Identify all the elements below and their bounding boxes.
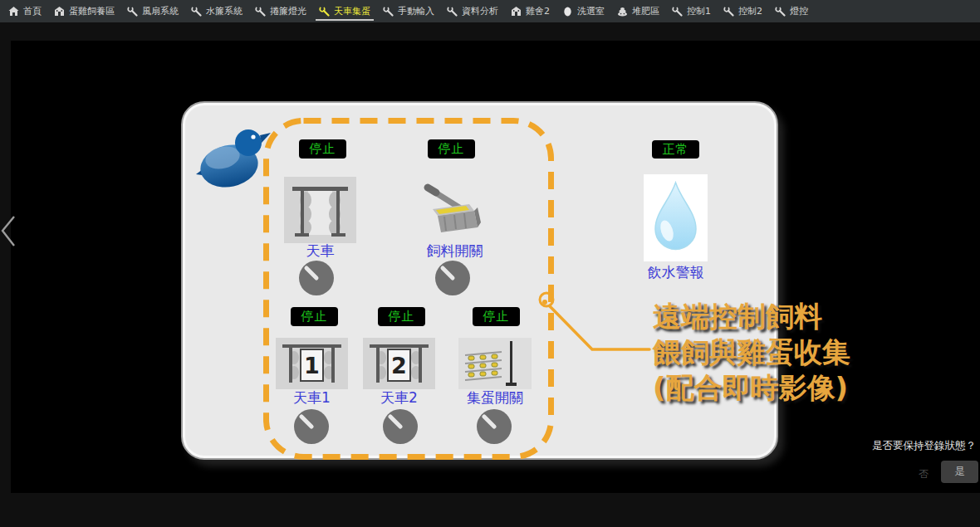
label-feeder: 飼料開關 bbox=[419, 242, 490, 261]
status-badge-crane: 停止 bbox=[299, 139, 346, 159]
nav-item-compost-area[interactable]: 堆肥區 bbox=[617, 0, 659, 22]
egg-icon bbox=[562, 6, 573, 17]
crane-2-icon: 2 bbox=[363, 338, 435, 389]
knob-egg-collector[interactable] bbox=[477, 409, 512, 444]
stay-logged-in-question: 是否要保持登錄狀態？ bbox=[872, 439, 976, 453]
wrench-icon bbox=[127, 6, 138, 17]
nav-item-label: 首頁 bbox=[23, 5, 42, 17]
wrench-icon bbox=[775, 6, 786, 17]
crane-number: 2 bbox=[391, 353, 407, 378]
nav-item-control-1[interactable]: 控制1 bbox=[672, 0, 711, 22]
nav-item-label: 堆肥區 bbox=[632, 5, 659, 17]
status-badge-water-alarm: 正常 bbox=[652, 140, 699, 159]
nav-item-home[interactable]: 首頁 bbox=[8, 0, 42, 22]
label-crane-1: 天車1 bbox=[276, 388, 348, 407]
nav-item-label: 控制1 bbox=[687, 5, 711, 17]
nav-item-label: 控制2 bbox=[738, 5, 762, 17]
nav-item-water-curtain[interactable]: 水簾系統 bbox=[191, 0, 243, 22]
nav-item-label: 天車集蛋 bbox=[334, 5, 370, 17]
nav-item-label: 燈控 bbox=[790, 5, 808, 17]
crane-icon bbox=[284, 177, 356, 243]
label-crane-2: 天車2 bbox=[363, 388, 435, 407]
nav-item-control-2[interactable]: 控制2 bbox=[723, 0, 762, 22]
label-water-alarm: 飲水警報 bbox=[644, 263, 708, 282]
app-viewport: 首頁 蛋雞飼養區 風扇系統 水簾系統 捲簾燈光 天車集蛋 手動輸入 資料分析 bbox=[0, 0, 980, 527]
nav-item-label: 蛋雞飼養區 bbox=[69, 5, 115, 17]
water-drop-icon bbox=[644, 174, 708, 261]
knob-crane-2[interactable] bbox=[383, 409, 418, 444]
crane-number: 1 bbox=[304, 353, 320, 378]
nav-item-henhouse-2[interactable]: 雞舍2 bbox=[511, 0, 550, 22]
egg-collector-icon bbox=[458, 338, 532, 389]
home-icon bbox=[8, 6, 19, 17]
label-egg-collector: 集蛋開關 bbox=[458, 388, 532, 407]
compost-icon bbox=[617, 6, 628, 17]
feeder-icon bbox=[419, 179, 490, 239]
nav-item-light-control[interactable]: 燈控 bbox=[775, 0, 808, 22]
top-nav-bar: 首頁 蛋雞飼養區 風扇系統 水簾系統 捲簾燈光 天車集蛋 手動輸入 資料分析 bbox=[0, 0, 980, 22]
status-badge-crane-1: 停止 bbox=[291, 307, 338, 326]
nav-item-label: 手動輸入 bbox=[398, 5, 434, 17]
wrench-icon bbox=[191, 6, 202, 17]
nav-item-manual-input[interactable]: 手動輸入 bbox=[383, 0, 434, 22]
status-badge-crane-2: 停止 bbox=[378, 307, 425, 326]
knob-feeder[interactable] bbox=[435, 261, 470, 295]
crane-1-icon: 1 bbox=[276, 338, 348, 389]
bird-logo bbox=[193, 123, 271, 191]
henhouse-icon bbox=[54, 6, 65, 17]
callout-annotation: 遠端控制飼料 餵飼與雞蛋收集 (配合即時影像) bbox=[653, 299, 850, 406]
nav-item-label: 捲簾燈光 bbox=[270, 5, 306, 17]
wrench-icon bbox=[383, 6, 394, 17]
nav-item-label: 洗選室 bbox=[577, 5, 605, 17]
nav-item-data-analysis[interactable]: 資料分析 bbox=[447, 0, 498, 22]
wrench-icon bbox=[723, 6, 734, 17]
nav-item-label: 風扇系統 bbox=[142, 5, 179, 17]
nav-item-curtain-lighting[interactable]: 捲簾燈光 bbox=[255, 0, 306, 22]
label-crane: 天車 bbox=[284, 242, 356, 261]
wrench-icon bbox=[255, 6, 266, 17]
nav-item-crane-egg-collect[interactable]: 天車集蛋 bbox=[319, 0, 370, 22]
chevron-left-icon[interactable] bbox=[0, 214, 17, 249]
wrench-icon bbox=[447, 6, 458, 17]
henhouse-icon bbox=[511, 6, 522, 17]
nav-item-washing-room[interactable]: 洗選室 bbox=[562, 0, 605, 22]
knob-crane[interactable] bbox=[299, 261, 334, 295]
stay-logged-in-no-button[interactable]: 否 bbox=[914, 465, 933, 483]
nav-item-layer-area[interactable]: 蛋雞飼養區 bbox=[54, 0, 115, 22]
status-badge-egg-collector: 停止 bbox=[473, 307, 520, 326]
nav-item-label: 資料分析 bbox=[462, 5, 498, 17]
nav-item-fan-system[interactable]: 風扇系統 bbox=[127, 0, 179, 22]
wrench-icon bbox=[672, 6, 683, 17]
callout-line: 遠端控制飼料 bbox=[653, 299, 850, 334]
hmi-panel: 停止 天車 停止 bbox=[181, 101, 778, 460]
nav-item-label: 雞舍2 bbox=[526, 5, 550, 17]
video-stage: 停止 天車 停止 bbox=[11, 41, 980, 493]
callout-line: (配合即時影像) bbox=[653, 370, 850, 406]
stay-logged-in-yes-button[interactable]: 是 bbox=[941, 461, 978, 483]
knob-crane-1[interactable] bbox=[294, 409, 329, 444]
nav-item-label: 水簾系統 bbox=[206, 5, 243, 17]
callout-line: 餵飼與雞蛋收集 bbox=[653, 334, 850, 370]
wrench-icon bbox=[319, 6, 330, 17]
status-badge-feeder: 停止 bbox=[428, 139, 475, 159]
